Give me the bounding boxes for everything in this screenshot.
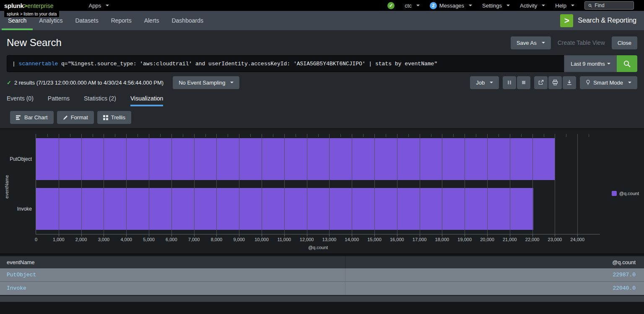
user-menu[interactable]: ctc bbox=[405, 3, 420, 9]
time-range-label: Last 9 months bbox=[571, 61, 605, 67]
chart-axis-tick bbox=[442, 234, 442, 237]
trellis-button[interactable]: Trellis bbox=[97, 111, 131, 124]
chart-minor-tick bbox=[104, 134, 104, 137]
chart-minor-tick bbox=[149, 134, 149, 137]
app-nav-bar: SearchAnalyticsDatasetsReportsAlertsDash… bbox=[0, 11, 644, 30]
health-status-icon[interactable]: ✓ bbox=[387, 2, 395, 9]
title-row: New Search Save As Create Table View Clo… bbox=[0, 30, 644, 53]
statistics-table: eventName @q.count PutObject22987.0Invok… bbox=[0, 256, 644, 295]
chart-type-label: Bar Chart bbox=[24, 114, 48, 121]
table-row[interactable]: PutObject22987.0 bbox=[0, 268, 644, 282]
chart-tick-label: 17,000 bbox=[413, 237, 427, 242]
share-job-button[interactable] bbox=[534, 76, 548, 89]
search-query-input[interactable]: | scannertable q="%ingest.source_type: '… bbox=[7, 55, 564, 72]
search-reporting-app-icon: > bbox=[560, 14, 573, 27]
tab-events-0[interactable]: Events (0) bbox=[7, 93, 34, 106]
tab-visualization[interactable]: Visualization bbox=[130, 93, 163, 106]
search-mode-button[interactable]: Smart Mode bbox=[580, 76, 637, 89]
chart-type-button[interactable]: Bar Chart bbox=[10, 111, 54, 124]
appnav-item-alerts[interactable]: Alerts bbox=[138, 11, 166, 30]
save-as-button[interactable]: Save As bbox=[511, 36, 551, 49]
chart-gridline bbox=[577, 134, 578, 234]
create-table-view-link[interactable]: Create Table View bbox=[558, 39, 605, 46]
chart-tick-label: 22,000 bbox=[525, 237, 540, 242]
help-menu[interactable]: Help bbox=[555, 3, 574, 9]
time-range-picker[interactable]: Last 9 months bbox=[564, 55, 617, 72]
logo-gt-glyph: > bbox=[24, 2, 28, 9]
chart-bar-invoke[interactable] bbox=[36, 188, 533, 230]
bar-chart-icon bbox=[16, 115, 21, 120]
event-sampling-button[interactable]: No Event Sampling bbox=[173, 76, 239, 89]
chart-minor-tick bbox=[476, 134, 476, 137]
settings-menu-label: Settings bbox=[482, 3, 502, 9]
chart-axis-tick bbox=[262, 234, 262, 237]
activity-menu[interactable]: Activity bbox=[520, 3, 545, 9]
chart-minor-tick bbox=[352, 134, 352, 137]
stop-job-button[interactable] bbox=[517, 76, 530, 89]
appnav-item-reports[interactable]: Reports bbox=[105, 11, 138, 30]
chart-gridline bbox=[329, 134, 330, 234]
run-search-button[interactable] bbox=[617, 55, 637, 72]
messages-menu[interactable]: 2 Messages bbox=[430, 2, 472, 9]
chart-minor-tick bbox=[228, 134, 228, 137]
table-header-count[interactable]: @q.count bbox=[345, 256, 644, 268]
format-button[interactable]: Format bbox=[57, 111, 94, 124]
chart-tick-label: 12,000 bbox=[300, 237, 314, 242]
chart-axis-tick bbox=[81, 234, 82, 237]
job-menu-button[interactable]: Job bbox=[470, 76, 499, 89]
results-tabs: Events (0)PatternsStatistics (2)Visualiz… bbox=[7, 93, 637, 106]
chart-gridline bbox=[510, 134, 510, 234]
share-icon bbox=[538, 80, 544, 85]
chart-tick-label: 6,000 bbox=[166, 237, 177, 242]
chart-gridline bbox=[532, 134, 533, 234]
chart-axis-tick bbox=[374, 234, 375, 237]
chart-minor-tick bbox=[499, 134, 499, 137]
table-cell-count[interactable]: 22040.0 bbox=[345, 282, 644, 295]
tab-patterns[interactable]: Patterns bbox=[48, 93, 70, 106]
messages-count-badge: 2 bbox=[430, 2, 437, 9]
table-row[interactable]: Invoke22040.0 bbox=[0, 282, 644, 295]
chart-axis-tick bbox=[216, 234, 217, 237]
chart-bar-putobject[interactable] bbox=[36, 138, 555, 180]
app-title: Search & Reporting bbox=[578, 17, 636, 24]
apps-menu[interactable]: Apps bbox=[89, 3, 109, 9]
chevron-down-icon bbox=[628, 82, 631, 83]
table-cell-eventname[interactable]: Invoke bbox=[0, 282, 345, 295]
pencil-icon bbox=[63, 115, 68, 120]
chart-gridline bbox=[239, 134, 239, 234]
print-button[interactable] bbox=[548, 76, 562, 89]
tab-statistics-2[interactable]: Statistics (2) bbox=[84, 93, 116, 106]
search-bar-row: | scannertable q="%ingest.source_type: '… bbox=[7, 55, 637, 72]
chart-minor-tick bbox=[555, 134, 555, 137]
appnav-item-datasets[interactable]: Datasets bbox=[69, 11, 104, 30]
pause-job-button[interactable] bbox=[503, 76, 516, 89]
trellis-label: Trellis bbox=[111, 114, 125, 121]
chart-tick-label: 1,000 bbox=[53, 237, 65, 242]
chart-plot-area: @q.count 01,0002,0003,0004,0005,0006,000… bbox=[36, 134, 600, 234]
table-cell-eventname[interactable]: PutObject bbox=[0, 268, 345, 281]
close-button[interactable]: Close bbox=[612, 36, 637, 49]
chart-minor-tick bbox=[420, 134, 420, 137]
splunk-logo[interactable]: splunk>enterprise splunk > listen to you… bbox=[4, 2, 54, 9]
settings-menu[interactable]: Settings bbox=[482, 3, 510, 9]
table-cell-count[interactable]: 22987.0 bbox=[345, 268, 644, 281]
chart-gridline bbox=[216, 134, 217, 234]
table-header-eventname[interactable]: eventName bbox=[0, 256, 345, 268]
chart-minor-tick bbox=[81, 134, 82, 137]
chart-minor-tick bbox=[566, 134, 566, 137]
chart-minor-tick bbox=[160, 134, 161, 137]
chart-minor-tick bbox=[589, 134, 589, 137]
chart-legend[interactable]: @q.count bbox=[612, 191, 639, 196]
export-button[interactable] bbox=[563, 76, 576, 89]
chart-axis-tick bbox=[532, 234, 533, 237]
chart-minor-tick bbox=[70, 134, 70, 137]
chart-tick-label: 20,000 bbox=[480, 237, 494, 242]
app-brand[interactable]: > Search & Reporting bbox=[560, 11, 644, 30]
chart-minor-tick bbox=[465, 134, 465, 137]
appnav-item-dashboards[interactable]: Dashboards bbox=[165, 11, 210, 30]
find-search[interactable] bbox=[584, 1, 634, 10]
find-search-input[interactable] bbox=[595, 3, 630, 8]
chart-axis-tick bbox=[465, 234, 465, 237]
query-command: scannertable bbox=[19, 61, 58, 67]
job-status-row: ✓ 2 results (7/1/23 12:00:00.000 AM to 4… bbox=[7, 76, 637, 89]
